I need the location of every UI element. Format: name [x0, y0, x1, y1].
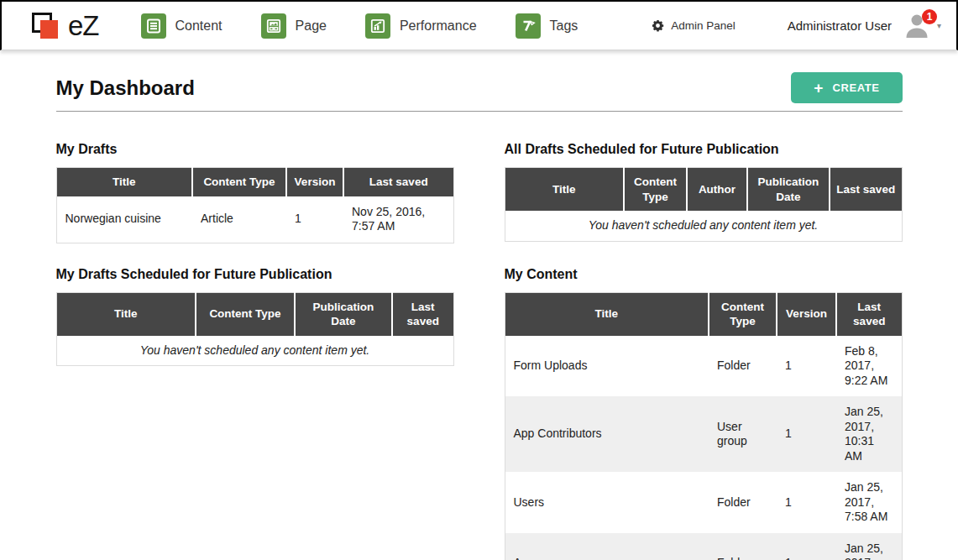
page-header: My Dashboard + CREATE: [56, 64, 903, 112]
cell-title: Form Uploads: [505, 336, 709, 397]
main-nav: Content Page Performance Tags: [141, 13, 617, 39]
cell-last-saved: Jan 25, 2017, 7:55 AM: [836, 533, 902, 560]
content-icon: [141, 13, 166, 39]
my-drafts-scheduled-table: Title Content Type Publication Date Last…: [56, 292, 454, 367]
cell-content-type: Folder: [709, 336, 777, 397]
cell-version: 1: [777, 396, 836, 472]
header-last-saved: Last saved: [830, 168, 902, 212]
nav-item-performance[interactable]: Performance: [365, 13, 477, 39]
cell-content-type: Article: [192, 196, 286, 243]
admin-panel-button[interactable]: Admin Panel: [652, 19, 736, 32]
my-content-table: Title Content Type Version Last saved Fo…: [505, 292, 903, 560]
ez-logo-text: eZ: [68, 10, 99, 42]
dashboard-panels: My Drafts Title Content Type Version Las…: [56, 142, 903, 560]
cell-version: 1: [777, 533, 836, 560]
dashboard-content: My Dashboard + CREATE My Drafts Title Co…: [56, 50, 903, 560]
page-icon: [261, 13, 286, 39]
notification-badge[interactable]: 1: [922, 9, 937, 24]
table-header-row: Title Content Type Publication Date Last…: [56, 292, 453, 336]
header-content-type: Content Type: [624, 168, 687, 212]
user-menu[interactable]: 1: [903, 13, 932, 39]
table-header-row: Title Content Type Version Last saved: [56, 168, 453, 196]
header-content-type: Content Type: [196, 292, 295, 336]
table-header-row: Title Content Type Author Publication Da…: [505, 168, 902, 212]
nav-item-tags[interactable]: Tags: [516, 13, 578, 39]
header-title: Title: [56, 168, 192, 196]
admin-panel-label: Admin Panel: [671, 19, 736, 32]
panel-my-drafts-scheduled: My Drafts Scheduled for Future Publicati…: [56, 267, 454, 367]
header-publication-date: Publication Date: [295, 292, 392, 336]
empty-state-message: You haven't scheduled any content item y…: [505, 211, 902, 241]
cell-last-saved: Feb 8, 2017, 9:22 AM: [836, 336, 902, 397]
nav-label-performance: Performance: [400, 18, 477, 34]
panel-all-drafts-scheduled: All Drafts Scheduled for Future Publicat…: [505, 142, 903, 242]
nav-item-page[interactable]: Page: [261, 13, 327, 39]
chevron-down-icon[interactable]: ▾: [937, 21, 941, 30]
nav-label-content: Content: [175, 18, 222, 34]
empty-state-row: You haven't scheduled any content item y…: [505, 211, 902, 241]
header-title: Title: [56, 292, 196, 336]
table-header-row: Title Content Type Version Last saved: [505, 292, 902, 336]
performance-icon: [365, 13, 390, 39]
header-content-type: Content Type: [192, 168, 286, 196]
cell-last-saved: Jan 25, 2017, 7:58 AM: [836, 472, 902, 533]
empty-state-message: You haven't scheduled any content item y…: [56, 336, 453, 366]
table-row[interactable]: App Contributors User group 1 Jan 25, 20…: [505, 396, 902, 472]
panel-my-drafts: My Drafts Title Content Type Version Las…: [56, 142, 454, 243]
top-navigation-bar: eZ Content Page Performance: [0, 0, 958, 50]
table-row[interactable]: App Folder 1 Jan 25, 2017, 7:55 AM: [505, 533, 902, 560]
panel-title-all-drafts-scheduled: All Drafts Scheduled for Future Publicat…: [505, 142, 903, 157]
tags-icon: [516, 13, 541, 39]
table-row[interactable]: Users Folder 1 Jan 25, 2017, 7:58 AM: [505, 472, 902, 533]
cell-content-type: Folder: [709, 533, 777, 560]
cell-title: App Contributors: [505, 396, 709, 472]
cell-title: App: [505, 533, 709, 560]
cell-title: Users: [505, 472, 709, 533]
user-name[interactable]: Administrator User: [788, 18, 892, 33]
page-title: My Dashboard: [56, 76, 195, 100]
panel-title-my-drafts-scheduled: My Drafts Scheduled for Future Publicati…: [56, 267, 454, 282]
all-drafts-scheduled-table: Title Content Type Author Publication Da…: [505, 167, 903, 242]
header-title: Title: [505, 168, 624, 212]
cell-version: 1: [286, 196, 343, 243]
empty-state-row: You haven't scheduled any content item y…: [56, 336, 453, 366]
cell-last-saved: Jan 25, 2017, 10:31 AM: [836, 396, 902, 472]
header-version: Version: [286, 168, 343, 196]
ez-logo[interactable]: eZ: [32, 10, 99, 42]
header-author: Author: [687, 168, 747, 212]
cell-content-type: Folder: [709, 472, 777, 533]
user-area: Administrator User 1 ▾: [788, 13, 941, 39]
my-drafts-table: Title Content Type Version Last saved No…: [56, 167, 454, 243]
header-last-saved: Last saved: [343, 168, 453, 196]
header-last-saved: Last saved: [836, 292, 902, 336]
header-title: Title: [505, 292, 709, 336]
ez-logo-icon: [32, 10, 62, 42]
cell-version: 1: [777, 472, 836, 533]
create-button[interactable]: + CREATE: [791, 72, 902, 103]
table-row[interactable]: Norwegian cuisine Article 1 Nov 25, 2016…: [56, 196, 453, 243]
cell-version: 1: [777, 336, 836, 397]
header-content-type: Content Type: [709, 292, 777, 336]
header-version: Version: [777, 292, 836, 336]
nav-item-content[interactable]: Content: [141, 13, 222, 39]
nav-label-page: Page: [296, 18, 327, 34]
table-row[interactable]: Form Uploads Folder 1 Feb 8, 2017, 9:22 …: [505, 336, 902, 397]
panel-title-my-content: My Content: [505, 267, 903, 282]
plus-icon: +: [814, 82, 823, 94]
nav-label-tags: Tags: [550, 18, 578, 34]
cell-title: Norwegian cuisine: [56, 196, 192, 243]
header-publication-date: Publication Date: [747, 168, 830, 212]
cell-last-saved: Nov 25, 2016, 7:57 AM: [343, 196, 453, 243]
panel-title-my-drafts: My Drafts: [56, 142, 454, 157]
cell-content-type: User group: [709, 396, 777, 472]
gear-icon: [652, 19, 664, 32]
header-last-saved: Last saved: [392, 292, 453, 336]
panel-my-content: My Content Title Content Type Version La…: [505, 267, 903, 560]
